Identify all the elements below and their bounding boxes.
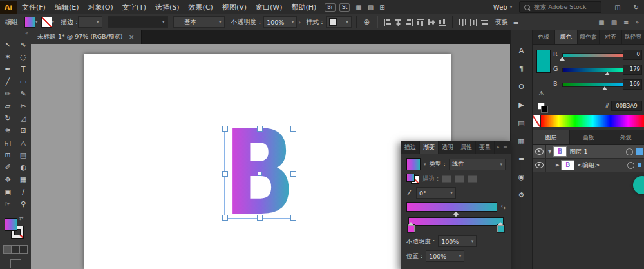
br-badge-icon[interactable]: Br (325, 3, 336, 12)
distribute-horizontal-left-icon[interactable] (457, 16, 468, 28)
color-tab-3[interactable]: 对齐 (600, 30, 622, 44)
menu-item[interactable]: 文字(T) (118, 1, 151, 14)
menu-item[interactable]: 编辑(E) (50, 1, 84, 14)
selection-handle[interactable] (290, 126, 296, 132)
paintbrush-tool[interactable]: ✏ (0, 88, 15, 100)
artboard[interactable]: B (84, 54, 451, 269)
gradient-tool[interactable]: ▤ (15, 149, 31, 161)
rectangle-tool[interactable]: ▭ (15, 75, 31, 88)
channel-slider[interactable] (562, 83, 628, 87)
layers-tab-0[interactable]: 图层 (533, 130, 570, 144)
pen-tool[interactable]: ✒ (0, 63, 15, 75)
opentype-panel-icon[interactable]: O (515, 81, 528, 92)
touch-workspace-icon[interactable]: ⊞ (379, 4, 384, 11)
mesh-tool[interactable]: ⊞ (0, 149, 15, 161)
rotate-tool[interactable]: ↻ (0, 112, 15, 125)
gradient-fill-stroke-toggle[interactable] (406, 174, 419, 184)
channel-value-field[interactable]: 179 (623, 65, 642, 75)
layer-expand-icon[interactable]: ▶ (556, 163, 559, 168)
symbol-sprayer-tool[interactable]: ✥ (0, 174, 15, 186)
layers-tab-1[interactable]: 画板 (570, 130, 607, 144)
character-panel-icon[interactable]: A (515, 45, 528, 55)
gradient-tab-1[interactable]: 渐变 (420, 141, 439, 154)
transform-label[interactable]: 变换 (495, 17, 508, 26)
align-top-icon[interactable] (415, 16, 426, 28)
selection-tool[interactable]: ↖ (0, 39, 15, 51)
color-tab-1[interactable]: 颜色 (555, 30, 578, 44)
rainbow-spectrum[interactable] (541, 115, 644, 127)
gradient-fill-swatch[interactable] (406, 158, 421, 170)
black-white-swatches[interactable] (538, 103, 548, 113)
collapse-toolbar-icon[interactable]: « (25, 30, 28, 36)
align-bottom-icon[interactable] (437, 16, 448, 28)
screen-mode-button[interactable] (10, 259, 21, 268)
selection-handle[interactable] (257, 215, 263, 221)
scale-tool[interactable]: ◿ (15, 112, 31, 125)
color-tab-4[interactable]: 路径查 (622, 30, 644, 44)
dock-list-icon[interactable]: ▤ (611, 19, 617, 26)
selection-handle[interactable] (222, 215, 228, 221)
panel-menu-icon[interactable]: ≡ (503, 144, 507, 150)
channel-slider-thumb[interactable] (602, 86, 607, 90)
layer-name[interactable]: <编组> (577, 161, 627, 170)
channel-slider-thumb[interactable] (605, 72, 610, 75)
hex-value-field[interactable]: 00B3A9 (611, 101, 642, 111)
layer-target-icon[interactable] (626, 148, 633, 155)
line-segment-tool[interactable]: ╱ (0, 75, 15, 88)
gradient-angle-dropdown[interactable]: 0°▾ (416, 187, 456, 199)
selection-handle[interactable] (290, 171, 296, 177)
toolbar-fill-swatch[interactable] (5, 218, 17, 231)
brush-definition-dropdown[interactable]: ▾ (108, 16, 168, 28)
layer-thumbnail[interactable]: B (553, 146, 567, 157)
channel-slider-thumb[interactable] (560, 57, 565, 61)
gradient-midpoint-handle[interactable] (453, 212, 459, 217)
gradient-tab-3[interactable]: 属性 (457, 141, 476, 154)
gradient-tab-4[interactable]: 变量 (476, 141, 495, 154)
paragraph-panel-icon[interactable]: ¶ (515, 63, 528, 74)
layer-row[interactable]: ▶B<编组> (533, 159, 644, 172)
menu-item[interactable]: 效果(C) (184, 1, 218, 14)
distribute-horizontal-center-icon[interactable] (468, 16, 479, 28)
draw-behind-button[interactable] (12, 245, 20, 254)
hand-tool[interactable]: ☞ (0, 198, 15, 210)
eyedropper-tool[interactable]: ✐ (0, 161, 15, 174)
appearance-panel-icon[interactable]: ≣ (515, 154, 528, 164)
menu-item[interactable]: 选择(S) (151, 1, 184, 14)
align-right-icon[interactable] (404, 16, 415, 28)
selection-handle[interactable] (290, 215, 296, 221)
symbols-panel-icon[interactable]: ◉ (515, 172, 528, 182)
expand-panel-icon[interactable]: » (496, 144, 499, 150)
swatches-panel-icon[interactable]: ▦ (515, 135, 528, 146)
layer-target-icon[interactable] (627, 162, 634, 169)
stock-search-input[interactable]: 搜索 Adobe Stock (519, 1, 601, 13)
opacity-more-icon[interactable]: › (298, 19, 301, 26)
channel-value-field[interactable]: 0 (623, 50, 642, 60)
layer-selection-indicator[interactable] (636, 148, 643, 155)
gradient-swatch-caret-icon[interactable]: ▾ (424, 162, 426, 167)
layer-visibility-toggle[interactable] (533, 145, 546, 158)
gpu-performance-icon[interactable]: ◫ (614, 4, 620, 11)
eraser-tool[interactable]: ▱ (0, 100, 15, 112)
opacity-dropdown[interactable]: 100%▾ (263, 16, 297, 28)
gradient-preview-bar[interactable] (406, 202, 497, 212)
menu-item[interactable]: 文件(F) (17, 1, 50, 14)
perspective-grid-tool[interactable]: △ (15, 137, 31, 149)
workspace-switcher[interactable]: Web ▾ (493, 4, 512, 11)
color-tab-2[interactable]: 颜色参 (578, 30, 600, 44)
stroke-weight-dropdown[interactable]: ▾ (78, 16, 102, 28)
shape-builder-tool[interactable]: ◱ (0, 137, 15, 149)
style-dropdown[interactable]: ▾ (326, 16, 352, 28)
channel-slider[interactable] (562, 53, 628, 57)
control-panel-menu-icon[interactable]: ≡ (511, 16, 522, 28)
selection-handle[interactable] (222, 171, 228, 177)
dock-menu-icon[interactable]: ≡ (623, 19, 629, 26)
gradient-stop-start[interactable] (408, 225, 415, 232)
gradient-position-dropdown[interactable]: 100%▾ (426, 250, 464, 262)
selection-handle[interactable] (257, 126, 263, 132)
gradient-tab-0[interactable]: 描边 (401, 141, 420, 154)
column-graph-tool[interactable]: ▦ (15, 174, 31, 186)
object-center-point[interactable] (258, 172, 262, 176)
fill-color-swatch[interactable] (24, 17, 35, 28)
draw-normal-button[interactable] (3, 245, 12, 254)
reverse-gradient-icon[interactable]: ⇆ (500, 204, 506, 210)
